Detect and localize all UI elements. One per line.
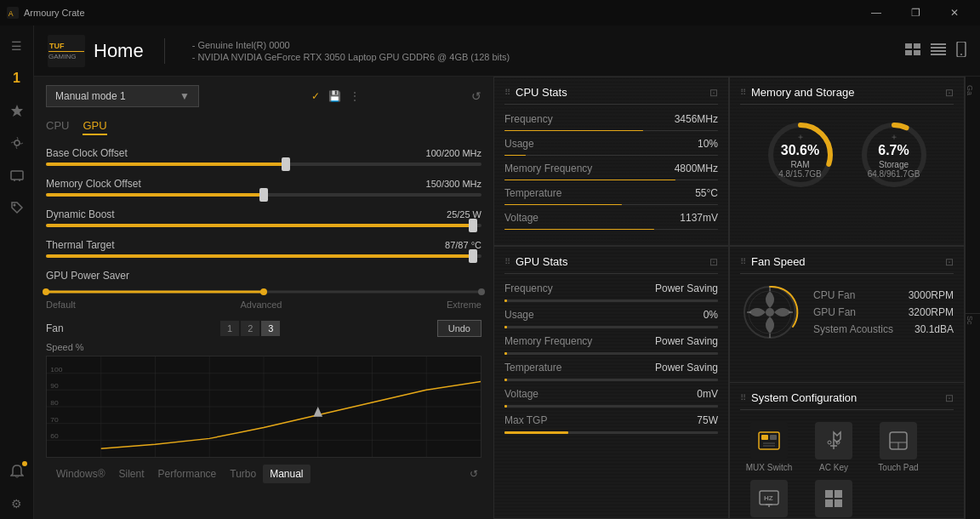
sysconfig-panel-power-saver[interactable]: HZ Panel Power Saver bbox=[740, 480, 798, 518]
storage-label: Storage bbox=[868, 160, 920, 169]
minimize-button[interactable]: — bbox=[858, 0, 895, 26]
svg-rect-52 bbox=[761, 435, 768, 440]
gpu-usage-row: Usage 0% bbox=[504, 309, 718, 321]
cpu-usage-row: Usage 10% bbox=[504, 138, 718, 150]
right-edge-label1: Ga bbox=[966, 85, 980, 95]
tab-turbo[interactable]: Turbo bbox=[223, 465, 263, 483]
gpu-fan-row: GPU Fan 3200RPM bbox=[813, 306, 954, 318]
header: TUF GAMING Home Genuine Intel(R) 0000 NV… bbox=[34, 26, 980, 77]
storage-used: 64.8/961.7GB bbox=[868, 169, 920, 179]
memory-clock-thumb[interactable] bbox=[259, 188, 268, 202]
mux-switch-icon-svg bbox=[757, 429, 781, 453]
sysconfig-expand-icon[interactable]: ⊡ bbox=[945, 392, 954, 404]
cpu-frequency-bar bbox=[504, 130, 718, 131]
tab-performance[interactable]: Performance bbox=[151, 465, 224, 483]
sidebar-aura-icon[interactable] bbox=[2, 95, 32, 126]
sidebar-profile-icon[interactable]: 1 bbox=[2, 63, 32, 94]
fan-mode-2-button[interactable]: 2 bbox=[241, 321, 259, 336]
cpu-fan-value: 3000RPM bbox=[909, 289, 954, 301]
sidebar-settings-icon[interactable]: ⚙ bbox=[2, 488, 32, 519]
base-clock-thumb[interactable] bbox=[282, 157, 290, 171]
sysconfig-ac-key[interactable]: AC Key bbox=[805, 422, 863, 473]
panel-power-saver-svg: HZ bbox=[757, 487, 781, 510]
save-icon[interactable]: 💾 bbox=[328, 90, 341, 102]
tab-manual[interactable]: Manual bbox=[263, 465, 310, 483]
gpu-usage-label: Usage bbox=[504, 309, 534, 321]
fan-mode-1-button[interactable]: 1 bbox=[220, 321, 239, 336]
gpu-stats-expand-icon[interactable]: ⊡ bbox=[709, 256, 718, 268]
cpu-mem-freq-bar bbox=[504, 180, 718, 180]
close-button[interactable]: ✕ bbox=[936, 0, 973, 26]
dynamic-boost-thumb[interactable] bbox=[469, 219, 477, 232]
gpu-maxtgp-value: 75W bbox=[697, 414, 718, 426]
more-options-icon[interactable]: ⋮ bbox=[350, 90, 360, 102]
gpu-voltage-row: Voltage 0mV bbox=[504, 388, 718, 400]
fan-speed-expand-icon[interactable]: ⊡ bbox=[945, 256, 954, 268]
cpu-mem-freq-row: Memory Frequency 4800MHz bbox=[504, 163, 718, 174]
svg-text:100: 100 bbox=[50, 366, 63, 374]
sidebar-scenario-icon[interactable] bbox=[2, 160, 32, 191]
fan-speed-card: ⠿ Fan Speed ⊡ bbox=[730, 247, 964, 383]
dynamic-boost-track[interactable] bbox=[46, 224, 481, 227]
power-saver-labels: Default Advanced Extreme bbox=[46, 299, 481, 310]
sidebar: ☰ 1 ⚙ bbox=[0, 26, 34, 519]
fan-mode-3-button[interactable]: 3 bbox=[261, 321, 280, 336]
gpu-maxtgp-bar bbox=[504, 431, 718, 434]
sysconfig-win-key[interactable]: Win Key bbox=[805, 480, 863, 518]
label-default: Default bbox=[46, 299, 76, 310]
svg-text:80: 80 bbox=[50, 399, 59, 407]
svg-rect-15 bbox=[914, 50, 920, 55]
svg-rect-53 bbox=[770, 435, 777, 440]
cpu-stats-expand-icon[interactable]: ⊡ bbox=[709, 87, 718, 99]
undo-button[interactable]: Undo bbox=[437, 320, 481, 337]
memory-clock-track[interactable] bbox=[46, 193, 481, 197]
sysconfig-touch-pad[interactable]: Touch Pad bbox=[869, 422, 927, 473]
gpu-frequency-bar bbox=[504, 299, 718, 302]
sidebar-fan-icon[interactable] bbox=[2, 128, 32, 158]
reset-icon[interactable]: ↺ bbox=[470, 468, 478, 480]
panel-power-saver-icon: HZ bbox=[750, 480, 788, 517]
gpu-mem-freq-label: Memory Frequency bbox=[504, 335, 592, 347]
bottom-right-panel: ⠿ Fan Speed ⊡ bbox=[729, 246, 965, 519]
tab-gpu[interactable]: GPU bbox=[83, 117, 106, 135]
svg-rect-68 bbox=[835, 499, 842, 507]
ram-pct: 30.6% bbox=[778, 143, 822, 158]
cpu-voltage-row: Voltage 1137mV bbox=[504, 212, 718, 224]
sysconfig-grip-icon: ⠿ bbox=[740, 393, 746, 402]
fan-chart: 100 90 80 70 60 bbox=[46, 356, 481, 458]
view-list-icon[interactable] bbox=[931, 43, 946, 59]
fan-label: Fan bbox=[46, 322, 64, 334]
apply-check-icon[interactable]: ✓ bbox=[311, 90, 320, 102]
base-clock-track[interactable] bbox=[46, 163, 481, 166]
system-acoustics-row: System Acoustics 30.1dBA bbox=[813, 323, 954, 335]
memory-storage-expand-icon[interactable]: ⊡ bbox=[945, 87, 954, 99]
view-grid-icon[interactable] bbox=[905, 43, 920, 59]
base-clock-label: Base Clock Offset bbox=[46, 147, 128, 159]
sidebar-tag-icon[interactable] bbox=[2, 192, 32, 223]
tab-cpu[interactable]: CPU bbox=[46, 117, 69, 135]
svg-rect-65 bbox=[825, 490, 833, 498]
thermal-target-label: Thermal Target bbox=[46, 239, 114, 251]
cpu-temp-label: Temperature bbox=[504, 187, 561, 199]
cpu-usage-bar bbox=[504, 155, 718, 156]
sysconfig-mux-switch[interactable]: MUX Switch bbox=[740, 422, 798, 473]
thermal-target-track[interactable] bbox=[46, 254, 481, 258]
memory-storage-title: Memory and Storage bbox=[751, 86, 854, 99]
maximize-button[interactable]: ❐ bbox=[897, 0, 934, 26]
gpu-usage-bar bbox=[504, 326, 718, 328]
app-body: ☰ 1 ⚙ TUF GAMING bbox=[0, 26, 980, 519]
cpu-stats-card: ⠿ CPU Stats ⊡ Frequency 3456MHz Usage 10… bbox=[493, 77, 729, 246]
memory-storage-card: ⠿ Memory and Storage ⊡ bbox=[729, 77, 965, 246]
sidebar-notification-icon[interactable] bbox=[2, 456, 32, 487]
tab-windows[interactable]: Windows® bbox=[49, 465, 112, 483]
refresh-icon[interactable]: ↺ bbox=[471, 89, 481, 103]
gpu-temp-label: Temperature bbox=[504, 362, 561, 374]
power-saver-slider[interactable] bbox=[46, 287, 481, 297]
mode-row: Manual mode 1 ▼ ✓ 💾 ⋮ ↺ bbox=[46, 85, 481, 107]
header-spec2: NVIDIA NVIDIA GeForce RTX 3050 Laptop GP… bbox=[192, 52, 510, 62]
thermal-target-thumb[interactable] bbox=[469, 249, 477, 263]
sidebar-menu-icon[interactable]: ☰ bbox=[2, 31, 32, 61]
tab-silent[interactable]: Silent bbox=[112, 465, 151, 483]
view-mobile-icon[interactable] bbox=[956, 42, 966, 60]
mode-select-dropdown[interactable]: Manual mode 1 ▼ bbox=[46, 85, 199, 107]
